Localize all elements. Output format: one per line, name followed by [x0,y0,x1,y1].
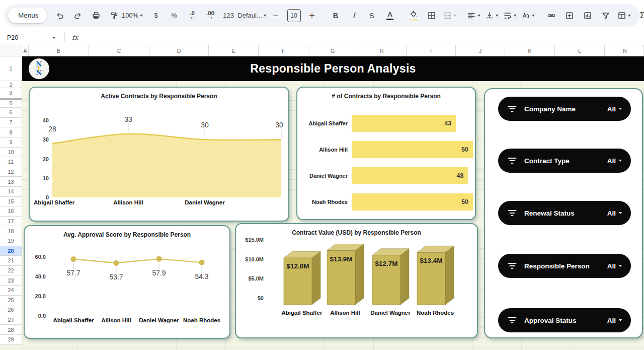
chart-avg-approval-score[interactable]: Avg. Approval Score by Responsible Perso… [24,225,230,339]
cell-name-box[interactable]: P20 [0,34,60,41]
toolbar-format-percent-button[interactable]: % [166,8,183,23]
row-header-12[interactable]: 12 [0,167,22,177]
toolbar-bold-button[interactable]: B [327,8,345,23]
column-header-N[interactable]: N [605,45,644,56]
row-header-6[interactable]: 6 [0,108,22,118]
row-header-23[interactable]: 23 [0,275,22,286]
slicer-renewal-status[interactable]: Renewal StatusAll [498,201,631,225]
slicer-dropdown-caret-icon[interactable] [619,160,622,162]
sheet-canvas[interactable]: NtN Responsible Person Analysis Active C… [22,56,644,350]
row-header-29[interactable]: 29 [0,335,22,345]
toolbar-insert-comment-button[interactable] [561,8,579,23]
toolbar-font-button[interactable]: Defaul... [244,8,261,23]
column-header-F[interactable]: F [259,45,308,56]
row-header-18[interactable]: 18 [0,226,22,236]
row-header-11[interactable]: 11 [0,157,22,167]
toolbar-horizontal-align-button[interactable] [465,8,482,23]
dropdown-caret-icon [140,15,143,17]
column-header-L[interactable]: L [555,45,605,56]
row-header-24[interactable]: 24 [0,286,22,296]
toolbar-vertical-align-button[interactable] [483,8,501,23]
chart-contract-value[interactable]: Contract Value (USD) by Responsible Pers… [235,223,478,338]
toolbar-decrease-decimal-button[interactable]: .0← [184,8,201,23]
slicer-panel: Company NameAllContract TypeAllRenewal S… [484,88,643,338]
toolbar-insert-link-button[interactable] [543,8,560,23]
row-header-28[interactable]: 28 [0,325,22,335]
column-header-C[interactable]: C [89,45,149,56]
slicer-contract-type[interactable]: Contract TypeAll [498,149,631,173]
row-header-9[interactable]: 9 [0,137,22,148]
slicer-label: Approval Status [524,317,607,324]
toolbar-table-views-button[interactable] [615,8,633,23]
toolbar-format-currency-button[interactable]: $ [147,8,165,23]
toolbar-functions-button[interactable]: Σ [633,8,644,23]
row-header-13[interactable]: 13 [0,177,22,187]
name-box-dropdown-icon[interactable] [52,37,55,39]
toolbar-undo-button[interactable] [51,8,69,23]
column-header-E[interactable]: E [209,45,259,56]
row-header-21[interactable]: 21 [0,256,22,266]
toolbar-print-button[interactable] [88,8,105,23]
slicer-company-name[interactable]: Company NameAll [498,97,631,121]
toolbar-font-size-button[interactable]: 10 [285,8,303,23]
column-header-D[interactable]: D [149,45,209,56]
slicer-approval-status[interactable]: Approval StatusAll [498,308,631,332]
row-header-14[interactable]: 14 [0,187,22,197]
row-header-17[interactable]: 17 [0,217,22,227]
row-header-22[interactable]: 22 [0,266,22,276]
slicer-dropdown-caret-icon[interactable] [619,265,622,267]
toolbar-italic-button[interactable]: I [345,8,363,23]
toolbar-borders-button[interactable] [423,8,441,23]
column-header-H[interactable]: H [357,45,407,56]
slicer-label: Contract Type [524,157,607,165]
row-header-19[interactable]: 19 [0,236,22,246]
toolbar-paint-format-button[interactable] [106,8,123,23]
toolbar-more-formats-button[interactable]: 123 [220,8,237,23]
row-header-20[interactable]: 20 [0,246,22,256]
bar-category-label: Allison Hill [297,147,352,153]
bar: 50 [352,141,473,158]
column-header-I[interactable]: I [407,45,456,56]
select-all-corner[interactable] [0,45,22,56]
row-header-3[interactable]: 3 [0,88,22,98]
chart-contracts-count[interactable]: # of Contracts by Responsible PersonAbig… [296,87,476,220]
toolbar-text-rotation-button[interactable] [519,8,537,23]
toolbar-redo-button[interactable] [69,8,87,23]
toolbar-text-wrap-button[interactable] [501,8,519,23]
row-header-26[interactable]: 26 [0,305,22,315]
chart-active-contracts[interactable]: Active Contracts by Responsible Person01… [29,87,289,222]
toolbar-font-size-decrease-button[interactable]: − [267,8,285,23]
column-header-G[interactable]: G [308,45,357,56]
row-header-27[interactable]: 27 [0,315,22,325]
row-header-25[interactable]: 25 [0,296,22,306]
row-header-16[interactable]: 16 [0,206,22,217]
column-header-J[interactable]: J [456,45,505,56]
row-header-15[interactable]: 15 [0,197,22,207]
row-header-2[interactable]: 2 [0,81,22,88]
toolbar-text-color-button[interactable]: A [381,8,399,23]
column-header-B[interactable]: B [29,45,89,56]
toolbar-create-filter-button[interactable] [597,8,615,23]
row-header-7[interactable]: 7 [0,118,22,128]
toolbar-zoom-button[interactable]: 100% [124,8,141,23]
toolbar-strikethrough-button[interactable]: S [363,8,381,23]
slicer-responsible-person[interactable]: Responsible PersonAll [498,254,631,278]
toolbar-fill-color-button[interactable] [405,8,423,23]
slicer-dropdown-caret-icon[interactable] [619,212,622,214]
slicer-dropdown-caret-icon[interactable] [619,319,622,321]
slicer-dropdown-caret-icon[interactable] [619,108,622,110]
toolbar-menus-button[interactable]: Menus [8,8,47,23]
svg-text:20: 20 [43,156,49,162]
row-header-8[interactable]: 8 [0,127,22,137]
toolbar-increase-decimal-button[interactable]: .00→ [202,8,219,23]
toolbar-insert-chart-button[interactable] [579,8,597,23]
row-header-5[interactable]: 5 [0,98,22,108]
toolbar-font-size-increase-button[interactable]: + [303,8,321,23]
svg-text:33: 33 [124,115,132,123]
svg-text:$15.0M: $15.0M [245,237,264,243]
column-header-K[interactable]: K [505,45,555,56]
row-header-10[interactable]: 10 [0,148,22,158]
svg-text:57.9: 57.9 [152,269,166,277]
row-header-1[interactable]: 1 [0,56,22,81]
column-header-A[interactable]: A [22,45,29,56]
